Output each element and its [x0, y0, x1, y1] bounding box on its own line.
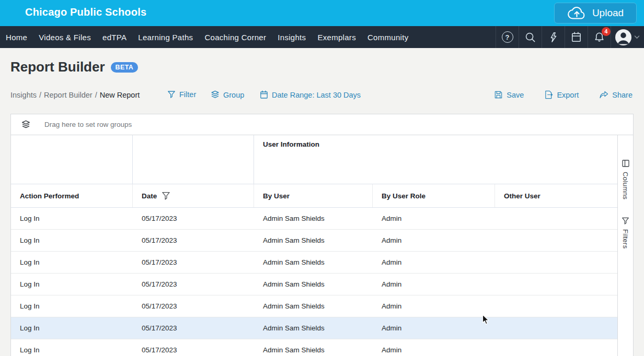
split-square-icon	[622, 159, 630, 168]
cell-by-user-role: Admin	[373, 295, 495, 317]
group-button[interactable]: Group	[211, 90, 244, 99]
nav-icon-group: ? 4	[496, 26, 644, 48]
column-header-label: Action Performed	[20, 192, 79, 200]
row-group-hint: Drag here to set row groups	[44, 121, 132, 128]
curved-arrow-icon	[599, 91, 608, 99]
table-row[interactable]: Log In 05/17/2023 Admin Sam Shields Admi…	[11, 252, 617, 274]
page-title: Report Builder	[10, 59, 105, 75]
top-app-bar: Chicago Public Schools Upload	[0, 0, 644, 26]
flash-button[interactable]	[542, 26, 565, 48]
column-header-row: Action Performed Date By User By User Ro…	[11, 184, 617, 208]
group-header-spacer	[11, 135, 133, 184]
report-actions: Save Export Share	[494, 90, 632, 99]
upload-button-label: Upload	[592, 7, 624, 19]
row-group-drop-zone[interactable]: Drag here to set row groups	[11, 114, 633, 135]
cell-action: Log In	[11, 252, 133, 273]
column-header-label: Date	[142, 192, 157, 200]
filter-button[interactable]: Filter	[167, 90, 196, 99]
calendar-button[interactable]	[565, 26, 588, 48]
table-row[interactable]: Log In 05/17/2023 Admin Sam Shields Admi…	[11, 339, 617, 356]
table-row[interactable]: Log In 05/17/2023 Admin Sam Shields Admi…	[11, 230, 617, 252]
tab-filters-label: Filters	[622, 229, 629, 249]
help-button[interactable]: ?	[496, 26, 519, 48]
brand-title: Chicago Public Schools	[25, 6, 146, 18]
nav-item-learning-paths[interactable]: Learning Paths	[132, 33, 199, 42]
group-header-user-information[interactable]: User Information	[254, 135, 617, 184]
grid-body: User Information Action Performed Date B…	[11, 135, 633, 356]
table-row-hovered[interactable]: Log In 05/17/2023 Admin Sam Shields Admi…	[11, 317, 617, 339]
save-button-label: Save	[507, 91, 524, 99]
export-button[interactable]: Export	[544, 90, 579, 99]
breadcrumb-separator: /	[95, 91, 97, 99]
nav-item-community[interactable]: Community	[362, 33, 415, 42]
nav-item-home[interactable]: Home	[0, 33, 33, 42]
floppy-disk-icon	[494, 90, 503, 99]
date-range-label: Date Range: Last 30 Days	[272, 91, 361, 99]
nav-item-coaching-corner[interactable]: Coaching Corner	[199, 33, 272, 42]
person-avatar-icon	[615, 29, 631, 45]
lightning-bolt-icon	[548, 31, 559, 43]
tab-columns[interactable]: Columns	[622, 159, 630, 199]
funnel-icon	[167, 90, 176, 99]
cell-by-user: Admin Sam Shields	[254, 252, 373, 273]
column-header-action-performed[interactable]: Action Performed	[11, 184, 133, 207]
upload-button[interactable]: Upload	[554, 3, 637, 23]
cell-by-user-role: Admin	[373, 274, 495, 295]
nav-item-exemplars[interactable]: Exemplars	[312, 33, 362, 42]
column-header-by-user-role[interactable]: By User Role	[373, 184, 495, 207]
cell-by-user: Admin Sam Shields	[254, 274, 373, 295]
question-circle-icon: ?	[502, 31, 513, 43]
date-range-button[interactable]: Date Range: Last 30 Days	[260, 90, 361, 99]
breadcrumb-current: New Report	[100, 91, 140, 99]
nav-item-edtpa[interactable]: edTPA	[97, 33, 132, 42]
cell-date: 05/17/2023	[133, 339, 254, 356]
table-row[interactable]: Log In 05/17/2023 Admin Sam Shields Admi…	[11, 208, 617, 230]
cell-by-user-role: Admin	[373, 252, 495, 273]
cell-by-user-role: Admin	[373, 230, 495, 251]
main-navigation: Home Videos & Files edTPA Learning Paths…	[0, 26, 644, 48]
table-row[interactable]: Log In 05/17/2023 Admin Sam Shields Admi…	[11, 274, 617, 295]
tab-columns-label: Columns	[622, 172, 629, 199]
funnel-icon	[622, 217, 629, 225]
cell-action: Log In	[11, 339, 133, 356]
export-button-label: Export	[557, 91, 579, 99]
search-button[interactable]	[519, 26, 542, 48]
nav-item-videos-files[interactable]: Videos & Files	[33, 33, 97, 42]
layers-icon	[211, 90, 220, 99]
table-row[interactable]: Log In 05/17/2023 Admin Sam Shields Admi…	[11, 295, 617, 317]
chevron-down-icon	[634, 35, 640, 39]
share-button[interactable]: Share	[599, 90, 632, 99]
cell-by-user: Admin Sam Shields	[254, 230, 373, 251]
beta-badge: BETA	[111, 62, 139, 73]
bell-icon: 4	[593, 31, 605, 43]
nav-item-insights[interactable]: Insights	[272, 33, 312, 42]
breadcrumb-separator: /	[39, 91, 41, 99]
group-header-spacer	[133, 135, 254, 184]
column-header-other-user[interactable]: Other User	[495, 184, 617, 207]
calendar-icon	[570, 31, 582, 43]
cell-by-user-role: Admin	[373, 339, 495, 356]
tool-panel-tab-strip: Columns Filters	[617, 135, 633, 356]
notifications-button[interactable]: 4	[588, 26, 611, 48]
cell-date: 05/17/2023	[133, 252, 254, 273]
column-header-by-user[interactable]: By User	[254, 184, 373, 207]
breadcrumb-insights[interactable]: Insights	[10, 91, 37, 99]
cell-other-user	[495, 295, 617, 317]
document-arrow-icon	[544, 90, 553, 99]
share-button-label: Share	[612, 91, 632, 99]
search-icon	[524, 31, 536, 43]
breadcrumb: Insights/Report Builder/New Report	[10, 91, 140, 99]
save-button[interactable]: Save	[494, 90, 524, 99]
cell-date: 05/17/2023	[133, 317, 254, 339]
column-header-date[interactable]: Date	[133, 184, 254, 207]
cell-date: 05/17/2023	[133, 295, 254, 317]
cell-action: Log In	[11, 208, 133, 229]
cell-other-user	[495, 208, 617, 229]
breadcrumb-report-builder[interactable]: Report Builder	[44, 91, 93, 99]
account-menu-button[interactable]	[611, 26, 644, 48]
cell-other-user	[495, 274, 617, 295]
cell-action: Log In	[11, 317, 133, 339]
column-group-header-row: User Information	[11, 135, 617, 184]
tab-filters[interactable]: Filters	[622, 217, 629, 249]
column-filter-funnel-icon[interactable]	[157, 192, 170, 200]
